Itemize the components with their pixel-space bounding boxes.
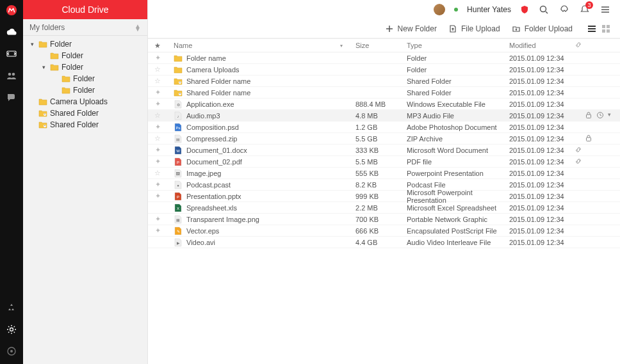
star-icon[interactable]: ✦	[155, 192, 161, 200]
tree-item[interactable]: ▾ Folder	[23, 38, 147, 50]
tree-item-label: Folder	[73, 86, 95, 95]
table-row[interactable]: X Spreadsheet.xls 2.2 MB Microsoft Excel…	[148, 202, 620, 214]
table-row[interactable]: ☆ ▤ Compressed.zip 5.5 GB ZIP Archive 20…	[148, 133, 620, 145]
star-icon[interactable]: ✦	[155, 146, 161, 154]
bell-icon[interactable]: 3	[579, 4, 591, 15]
tree-item[interactable]: Folder	[23, 84, 147, 96]
recycle-icon[interactable]	[5, 301, 18, 314]
svg-rect-12	[602, 25, 605, 28]
star-column-header[interactable]: ★	[148, 42, 167, 50]
settings-icon[interactable]	[5, 323, 18, 336]
table-row[interactable]: ☆ Camera Uploads Folder 2015.01.09 12:34	[148, 64, 620, 75]
svg-rect-14	[602, 29, 605, 33]
table-row[interactable]: ✦ ⚙ Application.exe 888.4 MB Windows Exe…	[148, 99, 620, 110]
folder-upload-label: Folder Upload	[525, 24, 573, 33]
modified-column-header[interactable]: Modified	[509, 42, 572, 49]
contacts-icon[interactable]	[5, 69, 18, 82]
table-row[interactable]: ✦ Ps Composition.psd 1.2 GB Adobe Photos…	[148, 122, 620, 133]
star-icon[interactable]: ✦	[155, 88, 161, 96]
star-icon[interactable]: ☆	[154, 169, 161, 177]
file-size: 4.8 MB	[355, 112, 407, 120]
folder-icon	[50, 52, 59, 59]
file-modified: 2015.01.09 12:34	[509, 135, 572, 143]
star-icon[interactable]: ✦	[155, 123, 161, 131]
star-icon[interactable]: ✦	[155, 215, 161, 223]
table-row[interactable]: ✦ P Presentation.pptx 999 KB Microsoft P…	[148, 191, 620, 202]
svg-point-19	[179, 93, 181, 94]
file-type: Windows Executable File	[407, 100, 509, 108]
type-column-header[interactable]: Type	[407, 42, 509, 49]
file-modified: 2015.01.09 12:34	[509, 181, 572, 189]
avatar[interactable]	[434, 4, 445, 15]
new-folder-button[interactable]: New Folder	[385, 24, 437, 33]
star-icon[interactable]: ☆	[154, 65, 161, 73]
star-icon[interactable]: ✦	[155, 157, 161, 165]
actionbar: New Folder File Upload Folder Upload	[148, 19, 620, 38]
file-size: 888.4 MB	[355, 100, 407, 108]
more-icon[interactable]: ▾	[608, 111, 617, 120]
clock-icon[interactable]	[596, 111, 605, 120]
file-type: MP3 Audio File	[407, 112, 509, 120]
chat-icon[interactable]	[5, 91, 18, 104]
grid-view-button[interactable]	[601, 24, 611, 34]
star-icon[interactable]: ☆	[154, 134, 161, 142]
file-type: Microsoft Excel Spreadsheet	[407, 204, 509, 212]
table-row[interactable]: ☆ Shared Folder name Shared Folder 2015.…	[148, 75, 620, 87]
star-icon[interactable]: ✦	[155, 180, 161, 188]
tree-item[interactable]: Folder	[23, 50, 147, 61]
tree-item[interactable]: Shared Folder	[23, 119, 147, 131]
table-row[interactable]: ✦ Folder name Folder 2015.01.09 12:34	[148, 52, 620, 64]
svg-text:♪: ♪	[177, 115, 179, 118]
tree-item-label: Folder	[61, 51, 83, 60]
file-type: Shared Folder	[407, 77, 509, 85]
cloud-icon[interactable]	[5, 26, 18, 38]
table-row[interactable]: ✦ ● Podcast.pcast 8.2 KB Podcast File 20…	[148, 179, 620, 191]
svg-text:P: P	[177, 195, 179, 199]
tree-item[interactable]: Shared Folder	[23, 107, 147, 119]
list-view-button[interactable]	[587, 24, 597, 34]
lock-icon[interactable]	[585, 111, 594, 120]
name-column-header[interactable]: Name ▾	[167, 42, 347, 49]
size-column-header[interactable]: Size	[355, 42, 407, 49]
table-row[interactable]: ✦ Shared Folder name Shared Folder 2015.…	[148, 87, 620, 99]
star-icon[interactable]: ✦	[155, 100, 161, 107]
power-icon[interactable]	[5, 345, 18, 358]
search-icon[interactable]	[538, 4, 550, 15]
menu-icon[interactable]	[600, 4, 611, 15]
lock-icon[interactable]	[585, 134, 594, 143]
my-folders-header[interactable]: My folders ▲▼	[23, 19, 147, 36]
rocket-icon[interactable]	[559, 4, 570, 15]
star-icon[interactable]: ✦	[155, 54, 161, 61]
main: Hunter Yates 3 New Folder File Upload	[148, 0, 620, 364]
table-row[interactable]: ☆ 🖼 Image.jpeg 555 KB Powerpoint Present…	[148, 168, 620, 179]
svg-text:▦: ▦	[176, 218, 180, 222]
file-size: 8.2 KB	[355, 181, 407, 189]
file-name: Document_02.pdf	[186, 158, 242, 166]
sync-icon[interactable]	[5, 47, 18, 60]
tree-item[interactable]: ▾ Folder	[23, 61, 147, 73]
link-icon[interactable]	[575, 159, 582, 166]
table-row[interactable]: ▶ Video.avi 4.4 GB Audio Video Interleav…	[148, 237, 620, 248]
username[interactable]: Hunter Yates	[467, 5, 511, 14]
folder-upload-button[interactable]: Folder Upload	[512, 24, 573, 33]
file-modified: 2015.01.09 12:34	[509, 227, 572, 235]
table-row[interactable]: ✦ W Document_01.docx 333 KB Microsoft Wo…	[148, 145, 620, 156]
file-size: 1.2 GB	[355, 123, 407, 131]
link-icon[interactable]	[575, 147, 582, 155]
star-icon[interactable]: ✦	[155, 226, 161, 234]
shield-icon[interactable]	[520, 5, 529, 14]
star-icon[interactable]: ☆	[154, 111, 161, 119]
table-row[interactable]: ✦ ▦ Transparent Image.png 700 KB Portabl…	[148, 214, 620, 225]
tree-item[interactable]: Camera Uploads	[23, 96, 147, 107]
star-icon[interactable]: ☆	[154, 77, 161, 84]
file-upload-button[interactable]: File Upload	[448, 24, 500, 33]
file-name: Video.avi	[186, 239, 215, 246]
tree-item[interactable]: Folder	[23, 73, 147, 84]
file-size: 5.5 GB	[355, 135, 407, 143]
table-row[interactable]: ✦ P Document_02.pdf 5.5 MB PDF file 2015…	[148, 156, 620, 168]
table-row[interactable]: ✦ ✎ Vector.eps 666 KB Encapsulated PostS…	[148, 225, 620, 237]
folder-icon	[50, 63, 59, 71]
logo-icon[interactable]	[5, 4, 18, 17]
file-upload-label: File Upload	[461, 24, 500, 33]
table-row[interactable]: ☆ ♪ Audio.mp3 4.8 MB MP3 Audio File 2015…	[148, 110, 620, 122]
